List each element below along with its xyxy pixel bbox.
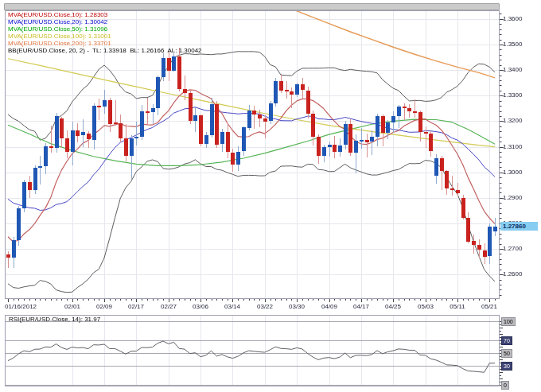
y-axis-label: 1.2700	[503, 245, 522, 252]
x-axis-label: 05/21	[464, 303, 515, 310]
current-price-badge: 1.27860	[500, 222, 538, 231]
y-axis-label: 1.3100	[503, 143, 522, 150]
legend-line: MVA(EUR/USD.Close,200): 1.33701	[8, 40, 202, 47]
legend-line: MVA(EUR/USD.Close,100): 1.31001	[8, 33, 202, 40]
rsi-axis-badge: 100	[501, 317, 516, 326]
y-axis-label: 1.2900	[503, 194, 522, 201]
rsi-axis-badge: 30	[501, 362, 512, 371]
rsi-axis-badge: 70	[501, 336, 512, 345]
rsi-axis-badge: 0	[501, 381, 509, 390]
window-top-bar[interactable]	[4, 3, 500, 10]
y-axis-label: 1.3500	[503, 41, 522, 48]
y-axis-label: 1.3000	[503, 169, 522, 176]
y-axis-label: 1.3600	[503, 15, 522, 22]
rsi-legend-label: RSI(EUR/USD.Close, 14): 31.97	[9, 316, 100, 323]
indicator-legend: MVA(EUR/USD.Close,10): 1.28303MVA(EUR/US…	[8, 11, 202, 54]
legend-line: MVA(EUR/USD.Close,10): 1.28303	[8, 11, 202, 18]
y-axis-label: 1.3400	[503, 66, 522, 73]
legend-line: MVA(EUR/USD.Close,20): 1.30042	[8, 18, 202, 25]
price-chart-canvas[interactable]	[0, 0, 541, 392]
legend-line: BB(EUR/USD.Close, 20, 2) - TL: 1.33918 B…	[8, 47, 202, 54]
y-axis-label: 1.2600	[503, 270, 522, 278]
legend-line: MVA(EUR/USD.Close,50): 1.31096	[8, 25, 202, 33]
y-axis-label: 1.3300	[503, 91, 522, 99]
chart-window: MVA(EUR/USD.Close,10): 1.28303MVA(EUR/US…	[0, 0, 541, 392]
y-axis-label: 1.3200	[503, 117, 522, 124]
x-axis-label: 01/16/2012	[5, 303, 37, 310]
rsi-axis-badge: 50	[501, 349, 512, 358]
